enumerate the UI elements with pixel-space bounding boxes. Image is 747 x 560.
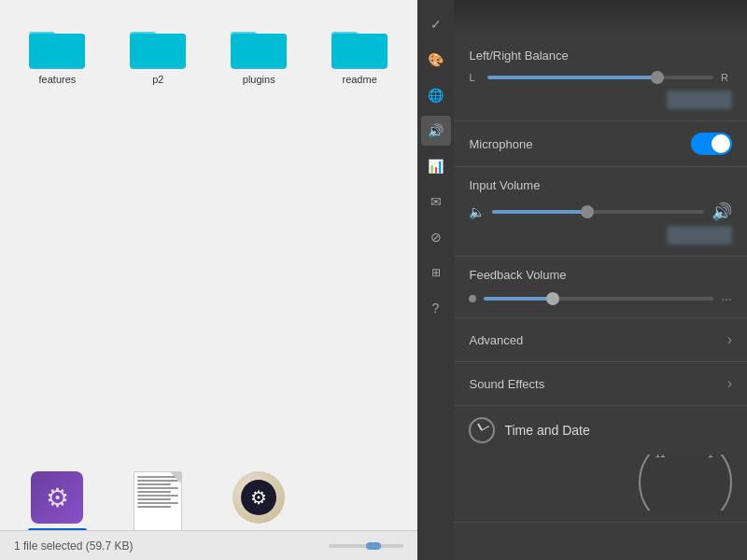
input-volume-label: Input Volume [469,178,732,192]
ini-line [137,495,178,497]
volume-slider-track[interactable] [492,210,704,214]
settings-panel: Left/Right Balance L R Microphone Input … [454,0,747,560]
sidebar-icon-question[interactable]: ? [421,293,451,323]
settings-content: Left/Right Balance L R Microphone Input … [454,37,747,560]
settings-top-bar [454,0,747,37]
balance-slider-thumb[interactable] [651,71,664,84]
ini-line [137,498,170,500]
ini-line [137,506,170,508]
folder-features[interactable]: features [14,19,101,89]
feedback-slider-track[interactable] [484,297,713,301]
folder-plugins-label: plugins [243,74,275,85]
volume-value-blurred [667,226,732,245]
input-volume-section: Input Volume 🔈 🔊 [454,167,747,257]
sidebar-icon-block[interactable]: ⊘ [421,222,451,252]
feedback-section: Feedback Volume ··· [454,257,747,318]
volume-slider-row: 🔈 🔊 [469,202,732,222]
clock-face: 11 12 1 [639,455,732,511]
balance-label: Left/Right Balance [469,49,732,63]
xpm-icon [233,471,285,524]
more-options-icon[interactable]: ··· [721,291,732,306]
balance-section: Left/Right Balance L R [454,37,747,121]
svg-rect-8 [231,34,287,67]
sound-effects-label: Sound Effects [469,377,544,391]
advanced-chevron-icon: › [727,331,732,348]
ini-line [137,502,178,504]
sidebar-icon-globe[interactable]: 🌐 [421,80,451,110]
scroll-thumb[interactable] [366,542,381,550]
time-date-label: Time and Date [504,423,589,438]
scrollbar[interactable] [329,544,403,548]
eclipse-inst-icon [31,471,83,524]
microphone-toggle[interactable] [691,133,732,155]
status-bar: 1 file selected (59.7 KB) [0,530,417,560]
feedback-dot-icon [469,295,476,302]
folder-plugins[interactable]: plugins [216,19,303,89]
volume-low-icon: 🔈 [469,204,485,219]
svg-rect-11 [331,34,388,67]
folder-readme[interactable]: readme [317,19,403,89]
folder-features-label: features [39,74,77,85]
balance-right-label: R [721,72,732,83]
ini-line [137,491,170,493]
folder-readme-label: readme [342,74,376,85]
clock-icon [469,417,495,443]
microphone-row: Microphone [454,121,747,167]
analog-clock-partial: 11 12 1 [469,455,732,511]
sound-effects-row[interactable]: Sound Effects › [454,362,747,406]
sidebar-icon-chart[interactable]: 📊 [421,151,451,181]
folder-p2-label: p2 [152,74,163,85]
ini-line [137,480,178,482]
status-text: 1 file selected (59.7 KB) [14,539,133,553]
balance-slider-fill [487,76,656,79]
balance-left-label: L [469,72,480,83]
feedback-slider-fill [484,297,553,301]
folder-grid: features p2 plugins [0,0,417,468]
ini-line [137,476,178,478]
sidebar-icon-grid[interactable]: ⊞ [421,258,451,287]
ini-line [137,487,178,489]
sidebar-icon-palette[interactable]: 🎨 [421,45,451,75]
microphone-label: Microphone [469,137,532,151]
sidebar-icon-envelope[interactable]: ✉ [421,187,451,217]
xpm-inner [241,480,276,515]
ini-line [137,483,170,485]
scroll-track[interactable] [329,544,403,548]
sidebar-icon-checkmark[interactable]: ✓ [421,9,451,39]
svg-rect-5 [130,34,186,67]
folder-icon [231,22,287,69]
clock-num-11: 11 [655,455,666,459]
balance-slider-row: L R [469,72,732,83]
sidebar-icon-audio[interactable]: 🔊 [421,116,451,146]
folder-icon [130,22,186,69]
svg-rect-2 [29,34,85,67]
advanced-row[interactable]: Advanced › [454,318,747,362]
volume-high-icon: 🔊 [712,202,732,222]
feedback-slider-thumb[interactable] [546,292,559,305]
balance-slider-track[interactable] [487,76,713,79]
ini-file-icon [134,471,182,531]
sidebar: ✓ 🎨 🌐 🔊 📊 ✉ ⊘ ⊞ ? [417,0,455,560]
folder-p2[interactable]: p2 [115,19,202,89]
time-date-header: Time and Date [469,417,732,443]
clock-minute-hand [482,426,489,430]
folder-icon [29,22,85,69]
sound-effects-chevron-icon: › [727,375,732,392]
file-manager: features p2 plugins [0,0,417,560]
feedback-row: ··· [469,291,732,306]
feedback-label: Feedback Volume [469,268,732,282]
clock-num-1: 1 [708,455,713,459]
volume-slider-thumb[interactable] [581,205,594,218]
time-date-section: Time and Date 11 12 1 [454,406,747,523]
balance-value-blurred [667,91,732,109]
volume-slider-fill [492,210,587,214]
folder-icon [331,22,388,69]
advanced-label: Advanced [469,333,523,347]
